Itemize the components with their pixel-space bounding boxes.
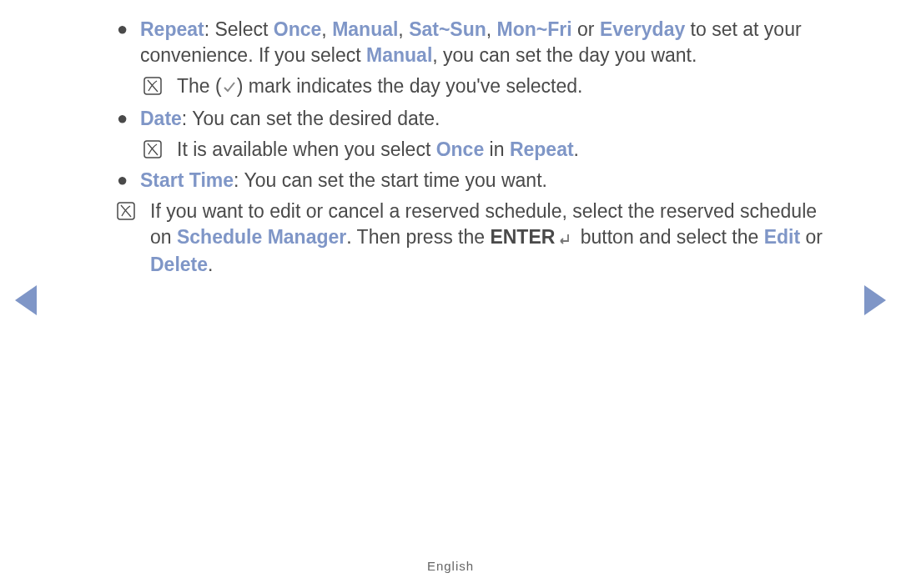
note-icon <box>143 137 177 163</box>
date-label: Date <box>140 108 182 129</box>
note-date-text: It is available when you select Once in … <box>177 137 834 163</box>
repeat-label: Repeat <box>140 18 204 40</box>
bullet-start-time-text: Start Time: You can set the start time y… <box>140 168 834 193</box>
note-icon <box>143 73 177 99</box>
svg-marker-4 <box>864 285 886 315</box>
checkmark-icon <box>222 75 237 101</box>
footer-language: English <box>0 559 901 573</box>
bullet-icon: ● <box>117 168 140 193</box>
note-repeat-text: The () mark indicates the day you've sel… <box>177 73 834 101</box>
bullet-icon: ● <box>117 106 140 131</box>
bullet-repeat: ● Repeat: Select Once, Manual, Sat~Sun, … <box>67 17 834 68</box>
next-page-arrow[interactable] <box>861 284 889 317</box>
prev-page-arrow[interactable] <box>12 284 40 317</box>
note-repeat-mark: The () mark indicates the day you've sel… <box>67 73 834 101</box>
start-time-label: Start Time <box>140 169 234 191</box>
note-date: It is available when you select Once in … <box>67 137 834 163</box>
note-icon <box>117 199 150 224</box>
document-body: ● Repeat: Select Once, Manual, Sat~Sun, … <box>0 0 901 278</box>
bullet-date: ● Date: You can set the desired date. <box>67 106 834 132</box>
note-final-text: If you want to edit or cancel a reserved… <box>150 199 834 278</box>
bullet-date-text: Date: You can set the desired date. <box>140 106 834 132</box>
bullet-icon: ● <box>117 17 140 42</box>
bullet-repeat-text: Repeat: Select Once, Manual, Sat~Sun, Mo… <box>140 17 834 68</box>
bullet-start-time: ● Start Time: You can set the start time… <box>67 168 834 193</box>
svg-marker-3 <box>15 285 37 315</box>
enter-icon <box>555 226 575 252</box>
note-final: If you want to edit or cancel a reserved… <box>67 199 834 278</box>
